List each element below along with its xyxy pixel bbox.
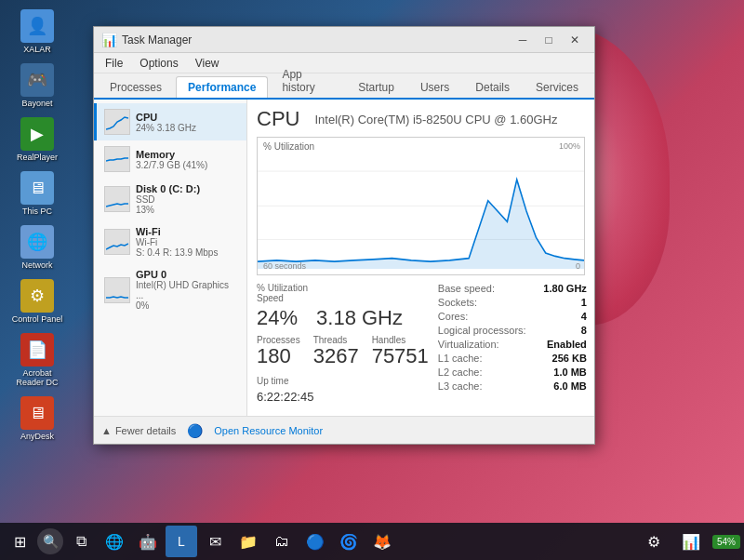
gpu-sidebar-sub2: 0% — [136, 300, 239, 311]
l3-key: L3 cache: — [438, 380, 483, 392]
logical-row: Logical processors: 8 — [438, 325, 587, 336]
maximize-button[interactable]: □ — [537, 31, 561, 49]
graph-0-label: 0 — [576, 261, 580, 271]
uptime-section: Up time 6:22:22:45 — [257, 371, 429, 405]
cores-key: Cores: — [438, 311, 468, 322]
utilization-value: 24% — [257, 306, 298, 329]
wifi-sidebar-name: Wi-Fi — [136, 226, 218, 237]
disk-sidebar-sub1: SSD — [136, 194, 200, 205]
sidebar-item-disk[interactable]: Disk 0 (C: D:) SSD 13% — [94, 178, 246, 220]
main-panel: CPU Intel(R) Core(TM) i5-8250U CPU @ 1.6… — [247, 100, 594, 416]
window-title: Task Manager — [122, 33, 511, 47]
tab-users[interactable]: Users — [408, 76, 461, 98]
sidebar-item-cpu[interactable]: CPU 24% 3.18 GHz — [94, 103, 246, 140]
desktop-icon-this-pc[interactable]: 🖥 This PC — [9, 171, 65, 216]
menu-options[interactable]: Options — [132, 55, 185, 72]
logical-val: 8 — [581, 325, 587, 336]
edge-icon[interactable]: 🌐 — [99, 526, 130, 557]
l1-val: 256 KB — [552, 353, 587, 364]
cores-val: 4 — [581, 311, 587, 322]
cores-row: Cores: 4 — [438, 311, 587, 322]
sidebar-item-gpu[interactable]: GPU 0 Intel(R) UHD Graphics ... 0% — [94, 263, 246, 316]
taskmanager-taskbar-icon[interactable]: 📊 — [675, 526, 707, 557]
tab-startup[interactable]: Startup — [346, 76, 406, 98]
desktop-icon-realplayer[interactable]: ▶ RealPlayer — [9, 117, 65, 162]
taskbar-firefox[interactable]: 🦊 — [366, 526, 398, 557]
gpu-sidebar-name: GPU 0 — [136, 269, 239, 280]
sockets-row: Sockets: 1 — [438, 297, 587, 308]
sidebar-item-wifi[interactable]: Wi-Fi Wi-Fi S: 0.4 R: 13.9 Mbps — [94, 220, 246, 263]
cpu-header: CPU Intel(R) Core(TM) i5-8250U CPU @ 1.6… — [257, 107, 585, 131]
sidebar-item-memory[interactable]: Memory 3.2/7.9 GB (41%) — [94, 140, 246, 178]
virtualization-val: Enabled — [547, 339, 587, 350]
minimize-button[interactable]: ─ — [511, 31, 535, 49]
virtualization-key: Virtualization: — [438, 339, 499, 350]
l2-val: 1.0 MB — [553, 367, 586, 378]
threads-value: 3267 — [313, 345, 359, 367]
fewer-details-label: Fewer details — [115, 425, 176, 436]
wifi-sidebar-sub2: S: 0.4 R: 13.9 Mbps — [136, 247, 218, 258]
tab-services[interactable]: Services — [524, 76, 591, 98]
tab-performance[interactable]: Performance — [176, 76, 268, 98]
cpu-sidebar-name: CPU — [136, 112, 196, 123]
desktop-icon-xalar[interactable]: 👤 XALAR — [9, 9, 65, 54]
disk-sidebar-sub2: 13% — [136, 205, 200, 215]
desktop: 👤 XALAR 🎮 Bayonet ▶ RealPlayer 🖥 This PC… — [0, 0, 744, 560]
taskbar-edge[interactable]: 🌀 — [333, 526, 365, 557]
taskbar-chrome[interactable]: 🔵 — [299, 526, 331, 557]
uptime-label: Up time — [257, 376, 288, 386]
fewer-details-btn[interactable]: ▲ Fewer details — [101, 425, 176, 436]
taskbar-mail[interactable]: ✉ — [199, 526, 231, 557]
l2-row: L2 cache: 1.0 MB — [438, 367, 587, 378]
utilization-value-block: 24% — [257, 307, 298, 329]
processes-value: 180 — [257, 345, 300, 367]
cpu-graph-svg — [258, 138, 584, 274]
disk-mini-graph — [104, 186, 130, 212]
threads-stat: Threads 3267 — [313, 335, 359, 367]
search-button[interactable]: 🔍 — [37, 528, 63, 554]
stats-left: % Utilization Speed 24% 3.18 GHz — [257, 283, 429, 408]
start-button[interactable]: ⊞ — [4, 526, 35, 557]
stats-bottom: % Utilization Speed 24% 3.18 GHz — [257, 283, 585, 408]
graph-100-label: 100% — [559, 141, 580, 151]
taskbar-app-l[interactable]: L — [166, 526, 197, 557]
desktop-icon-anydesk[interactable]: 🖥 AnyDesk — [9, 396, 65, 441]
arrow-up-icon: ▲ — [101, 425, 112, 436]
uptime-value: 6:22:22:45 — [257, 390, 313, 404]
resource-monitor-link[interactable]: Open Resource Monitor — [214, 425, 323, 436]
desktop-icon-network[interactable]: 🌐 Network — [9, 225, 65, 270]
menu-view[interactable]: View — [188, 55, 227, 72]
titlebar-controls: ─ □ ✕ — [511, 31, 587, 49]
taskbar-files[interactable]: 📁 — [232, 526, 264, 557]
handles-stat: Handles 75751 — [372, 335, 429, 367]
taskbar-folder[interactable]: 🗂 — [266, 526, 298, 557]
processes-stat: Processes 180 — [257, 335, 300, 367]
l3-val: 6.0 MB — [553, 380, 586, 392]
cpu-processor-name: Intel(R) Core(TM) i5-8250U CPU @ 1.60GHz — [314, 113, 557, 127]
desktop-icon-acrobat[interactable]: 📄 Acrobat Reader DC — [9, 333, 65, 387]
cpu-info-panel: Base speed: 1.80 GHz Sockets: 1 Cores: 4 — [438, 283, 587, 408]
titlebar: 📊 Task Manager ─ □ ✕ — [94, 27, 594, 53]
tab-app-history[interactable]: App history — [270, 63, 344, 98]
desktop-icons: 👤 XALAR 🎮 Bayonet ▶ RealPlayer 🖥 This PC… — [9, 9, 65, 441]
memory-sidebar-name: Memory — [136, 149, 207, 160]
sidebar: CPU 24% 3.18 GHz Memory 3.2/7.9 GB (41%) — [94, 100, 247, 416]
menu-file[interactable]: File — [98, 55, 130, 72]
cpu-main-title: CPU — [257, 107, 299, 131]
wifi-mini-graph — [104, 229, 130, 255]
wifi-sidebar-sub1: Wi-Fi — [136, 237, 218, 247]
close-button[interactable]: ✕ — [563, 31, 587, 49]
settings-icon[interactable]: ⚙ — [638, 526, 670, 557]
utilization-label: % Utilization — [263, 141, 314, 152]
desktop-icon-control-panel[interactable]: ⚙ Control Panel — [9, 279, 65, 324]
tab-details[interactable]: Details — [463, 76, 522, 98]
utilization-stat-label: % Utilization — [257, 283, 308, 293]
taskview-button[interactable]: ⧉ — [65, 526, 97, 557]
disk-sidebar-name: Disk 0 (C: D:) — [136, 183, 200, 194]
chatgpt-icon[interactable]: 🤖 — [132, 526, 164, 557]
taskbar-right: ⚙ 📊 54% — [638, 526, 740, 557]
desktop-icon-bayonet[interactable]: 🎮 Bayonet — [9, 63, 65, 108]
cpu-sidebar-sub: 24% 3.18 GHz — [136, 123, 196, 133]
tab-processes[interactable]: Processes — [98, 76, 174, 98]
graph-time-label: 60 seconds — [263, 261, 306, 271]
